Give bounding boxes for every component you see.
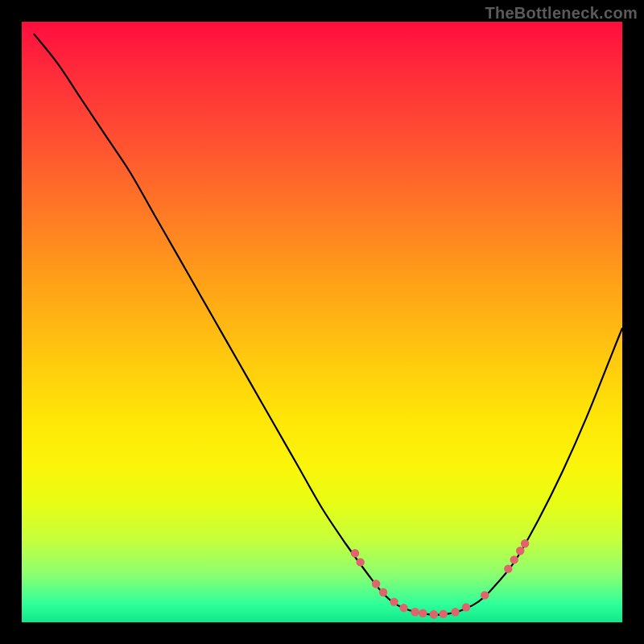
bottleneck-curve (34, 34, 622, 615)
data-dot (379, 588, 387, 597)
data-dot (357, 558, 365, 566)
data-dot (521, 539, 529, 547)
data-dot (372, 580, 380, 588)
data-dot (430, 610, 438, 618)
data-dot (462, 603, 470, 611)
data-dot (419, 609, 427, 617)
data-dot (351, 549, 359, 557)
data-dot (451, 608, 459, 616)
data-dot (516, 547, 524, 555)
data-dot (504, 564, 512, 572)
data-dots (351, 539, 530, 618)
data-dot (390, 597, 398, 605)
chart-frame: TheBottleneck.com (0, 0, 644, 644)
data-dot (399, 604, 407, 612)
data-dot (510, 555, 518, 564)
watermark-text: TheBottleneck.com (485, 3, 638, 23)
data-dot (411, 608, 419, 616)
data-dot (440, 609, 448, 617)
chart-svg (22, 22, 622, 622)
data-dot (481, 591, 489, 599)
